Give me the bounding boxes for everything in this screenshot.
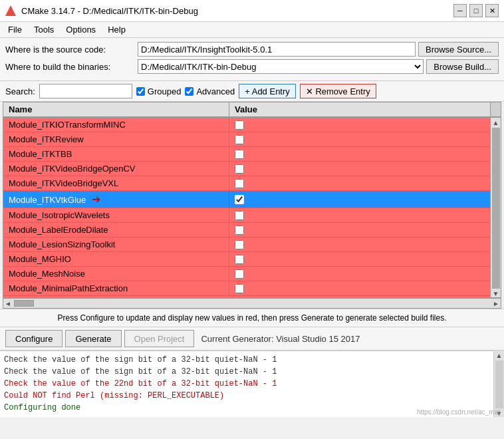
scroll-up-button[interactable]: ▲ bbox=[493, 119, 499, 126]
scroll-right-button[interactable]: ► bbox=[491, 300, 501, 307]
form-area: Where is the source code: Browse Source.… bbox=[0, 38, 504, 81]
close-button[interactable]: ✕ bbox=[485, 4, 499, 17]
remove-entry-button[interactable]: ✕ Remove Entry bbox=[300, 84, 376, 98]
grouped-label[interactable]: Grouped bbox=[148, 86, 182, 96]
horizontal-scrollbar[interactable]: ◄ ► bbox=[3, 298, 501, 309]
log-scrollbar[interactable]: ▲ ▼ bbox=[493, 351, 504, 417]
table-cell-name: Module_IsotropicWavelets bbox=[3, 208, 229, 222]
table-cell-value bbox=[229, 162, 490, 176]
table-header-value: Value bbox=[229, 102, 490, 116]
table-row[interactable]: Module_ITKVtkGlue ➔ bbox=[3, 191, 490, 208]
menu-item-help[interactable]: Help bbox=[102, 23, 131, 36]
table-cell-name: Module_MGHIO bbox=[3, 252, 229, 266]
log-line: Could NOT find Perl (missing: PERL_EXECU… bbox=[4, 390, 489, 402]
log-container: Check the value of the sign bit of a 32-… bbox=[0, 351, 504, 417]
table-cell-value bbox=[229, 118, 490, 132]
log-line: Check the value of the sign bit of a 32-… bbox=[4, 354, 489, 366]
table-container: Name Value Module_ITKIOTransformMINCModu… bbox=[3, 102, 501, 298]
table-cell-name: Module_MeshNoise bbox=[3, 267, 229, 281]
title-bar: CMake 3.14.7 - D:/Medical/ITK/ITK-bin-De… bbox=[0, 0, 504, 22]
menu-item-options[interactable]: Options bbox=[61, 23, 101, 36]
generator-text: Current Generator: Visual Studio 15 2017 bbox=[197, 334, 364, 344]
row-checkbox[interactable] bbox=[235, 284, 244, 293]
row-checkbox[interactable] bbox=[235, 195, 244, 204]
search-row: Search: Grouped Advanced + Add Entry ✕ R… bbox=[0, 81, 504, 102]
row-checkbox[interactable] bbox=[235, 150, 244, 159]
scroll-down-button[interactable]: ▼ bbox=[493, 290, 499, 297]
status-bar: Press Configure to update and display ne… bbox=[0, 309, 504, 327]
table-row[interactable]: Module_IsotropicWavelets bbox=[3, 208, 490, 223]
hscroll-thumb[interactable] bbox=[14, 300, 34, 307]
row-checkbox[interactable] bbox=[235, 164, 244, 174]
menu-item-file[interactable]: File bbox=[3, 23, 27, 36]
title-bar-text: CMake 3.14.7 - D:/Medical/ITK/ITK-bin-De… bbox=[21, 6, 448, 16]
table-cell-name: Module_MinimalPathExtraction bbox=[3, 281, 229, 295]
open-project-button[interactable]: Open Project bbox=[124, 330, 195, 347]
minimize-button[interactable]: ─ bbox=[453, 4, 467, 17]
build-row: Where to build the binaries: D:/Medical/… bbox=[5, 59, 499, 74]
table-cell-name: Module_Montage bbox=[3, 296, 229, 297]
table-cell-name: Module_LabelErodeDilate bbox=[3, 223, 229, 237]
vertical-scrollbar[interactable]: ▲ ▼ bbox=[490, 118, 501, 297]
table-row[interactable]: Module_ITKVideoBridgeVXL bbox=[3, 176, 490, 191]
log-line: Configuring done bbox=[4, 402, 489, 414]
row-checkbox[interactable] bbox=[235, 179, 244, 188]
grouped-checkbox[interactable] bbox=[136, 87, 145, 96]
build-dropdown[interactable]: D:/Medical/ITK/ITK-bin-Debug bbox=[138, 59, 424, 74]
row-checkbox[interactable] bbox=[235, 225, 244, 235]
scroll-thumb[interactable] bbox=[492, 128, 500, 289]
search-input[interactable] bbox=[39, 84, 132, 98]
log-line: Check the value of the 22nd bit of a 32-… bbox=[4, 378, 489, 390]
table-cell-name: Module_LesionSizingToolkit bbox=[3, 237, 229, 251]
menu-bar: FileToolsOptionsHelp bbox=[0, 22, 504, 38]
scroll-left-button[interactable]: ◄ bbox=[3, 300, 13, 307]
table-row[interactable]: Module_ITKVideoBridgeOpenCV bbox=[3, 162, 490, 176]
table-cell-value bbox=[229, 238, 490, 251]
row-checkbox[interactable] bbox=[235, 135, 244, 144]
table-row[interactable]: Module_LesionSizingToolkit bbox=[3, 237, 490, 252]
log-scroll-down[interactable]: ▼ bbox=[496, 410, 503, 417]
table-row[interactable]: Module_ITKReview bbox=[3, 132, 490, 147]
table-cell-value bbox=[229, 267, 490, 281]
log-scroll-thumb[interactable] bbox=[495, 361, 503, 408]
app-icon bbox=[5, 5, 16, 16]
maximize-button[interactable]: □ bbox=[469, 4, 483, 17]
add-entry-button[interactable]: + Add Entry bbox=[239, 84, 296, 98]
browse-build-button[interactable]: Browse Build... bbox=[426, 59, 499, 74]
configure-button[interactable]: Configure bbox=[5, 330, 63, 347]
hscroll-track bbox=[13, 299, 491, 307]
table-cell-value bbox=[229, 177, 490, 190]
table-body: Module_ITKIOTransformMINCModule_ITKRevie… bbox=[3, 118, 490, 297]
build-label: Where to build the binaries: bbox=[5, 62, 135, 72]
table-cell-value bbox=[229, 148, 490, 161]
source-row: Where is the source code: Browse Source.… bbox=[5, 42, 499, 57]
browse-source-button[interactable]: Browse Source... bbox=[418, 42, 499, 57]
source-label: Where is the source code: bbox=[5, 45, 135, 55]
source-input[interactable] bbox=[138, 42, 416, 57]
row-checkbox[interactable] bbox=[235, 269, 244, 279]
table-row[interactable]: Module_LabelErodeDilate bbox=[3, 223, 490, 237]
table-row[interactable]: Module_MGHIO bbox=[3, 252, 490, 267]
log-line: Check the value of the sign bit of a 32-… bbox=[4, 366, 489, 378]
table-cell-value bbox=[229, 223, 490, 237]
table-cell-name: Module_ITKVtkGlue ➔ bbox=[3, 191, 229, 208]
generate-button[interactable]: Generate bbox=[65, 330, 121, 347]
advanced-checkbox[interactable] bbox=[185, 87, 193, 96]
table-row[interactable]: Module_ITKIOTransformMINC bbox=[3, 118, 490, 132]
row-checkbox[interactable] bbox=[235, 255, 244, 264]
menu-item-tools[interactable]: Tools bbox=[29, 23, 59, 36]
table-header: Name Value bbox=[3, 102, 501, 118]
table-cell-name: Module_ITKVideoBridgeVXL bbox=[3, 176, 229, 190]
table-row[interactable]: Module_Montage bbox=[3, 296, 490, 297]
table-cell-name: Module_ITKVideoBridgeOpenCV bbox=[3, 162, 229, 176]
table-cell-value bbox=[229, 253, 490, 266]
table-row[interactable]: Module_ITKTBB bbox=[3, 147, 490, 162]
row-checkbox[interactable] bbox=[235, 240, 244, 249]
advanced-label[interactable]: Advanced bbox=[196, 86, 235, 96]
table-row[interactable]: Module_MeshNoise bbox=[3, 267, 490, 281]
log-scroll-up[interactable]: ▲ bbox=[496, 352, 503, 359]
table-header-name: Name bbox=[3, 102, 229, 116]
table-row[interactable]: Module_MinimalPathExtraction bbox=[3, 281, 490, 296]
row-checkbox[interactable] bbox=[235, 211, 244, 220]
row-checkbox[interactable] bbox=[235, 120, 244, 130]
